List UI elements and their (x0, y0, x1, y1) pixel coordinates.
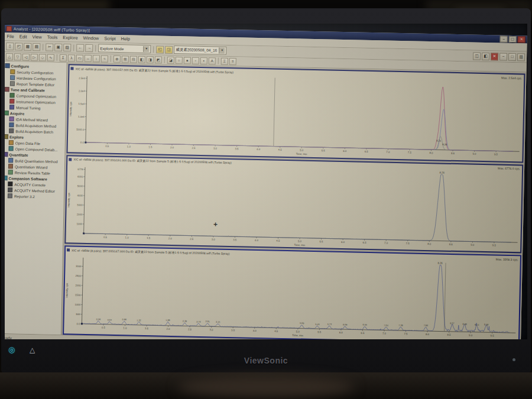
show-contour-icon[interactable]: ◪ (167, 56, 174, 63)
close-pane-red-icon[interactable]: ✕ (491, 53, 498, 60)
minimize-button[interactable]: – (500, 36, 508, 43)
svg-text:1.0: 1.0 (123, 327, 127, 330)
svg-text:7.0: 7.0 (384, 241, 388, 244)
mode-select[interactable]: Explore Mode▾ (98, 44, 151, 53)
power-led[interactable] (512, 358, 515, 361)
svg-text:Time, min: Time, min (296, 153, 307, 155)
svg-text:7.5: 7.5 (404, 333, 408, 336)
zoom-x-icon[interactable]: ∿ (47, 54, 54, 61)
open-compound-icon[interactable]: ◲ (165, 46, 173, 53)
svg-text:2.0: 2.0 (170, 146, 174, 149)
chromatogram-panel-3[interactable]: XIC of +MRM (8 pairs): 397.000/147.000 D… (63, 246, 521, 339)
copy-icon[interactable]: ▣ (54, 43, 62, 51)
menu-item-view[interactable]: View (33, 34, 42, 40)
chevron-down-icon: ▾ (143, 46, 149, 52)
go-back-icon[interactable]: ◁ (22, 53, 30, 60)
close-button[interactable]: ✕ (518, 36, 525, 43)
svg-text:8.26: 8.26 (442, 143, 447, 146)
cut-icon[interactable]: ✂ (46, 43, 53, 51)
svg-text:3000: 3000 (77, 203, 83, 206)
redo-icon[interactable]: → (85, 44, 93, 51)
menu-item-explore[interactable]: Explore (63, 35, 78, 41)
chromatogram-panel-1[interactable]: XIC of +MRM (8 pairs): 397.000/157.000 D… (66, 64, 525, 163)
open-data-file-icon[interactable]: ◱ (156, 46, 164, 53)
expand-graph-icon[interactable]: λ (68, 54, 75, 61)
smooth-icon[interactable]: ⊟ (130, 56, 137, 63)
svg-text:4.0: 4.0 (257, 148, 261, 151)
save-icon[interactable]: ▦ (24, 43, 31, 50)
new-file-icon[interactable]: ▯ (6, 43, 14, 50)
svg-text:1.99: 1.99 (166, 319, 170, 322)
menu-item-file[interactable]: File (7, 34, 14, 39)
select-arrow-icon[interactable]: △ (6, 53, 13, 60)
data-file-select[interactable]: 威灵素20200508_04_16▾ (174, 46, 226, 55)
svg-text:2.38: 2.38 (183, 320, 187, 323)
restore-button[interactable]: ▢ (509, 36, 517, 43)
svg-text:7.0: 7.0 (386, 151, 390, 154)
threshold-icon[interactable]: ◩ (155, 56, 162, 63)
acquity-editor-icon (8, 187, 12, 192)
svg-text:1.5e4: 1.5e4 (78, 102, 85, 105)
home-graph-icon[interactable]: ◇ (39, 54, 46, 61)
open-file-icon[interactable]: ◰ (15, 43, 22, 50)
panel-3-plot[interactable]: 0.51.01.52.02.53.03.54.04.55.05.56.06.57… (64, 253, 520, 339)
undo-icon[interactable]: ← (76, 44, 84, 51)
svg-text:5.5: 5.5 (317, 331, 322, 334)
baseline-subtract-icon[interactable]: ⊞ (122, 56, 129, 63)
menu-item-window[interactable]: Window (83, 35, 99, 41)
svg-text:4.0: 4.0 (253, 329, 257, 332)
paste-icon[interactable]: ▨ (63, 44, 71, 51)
show-tic-icon[interactable]: ○ (176, 57, 183, 64)
svg-text:9.36: 9.36 (484, 324, 488, 326)
add-text-icon[interactable]: A (209, 57, 216, 64)
overlay-traces-icon[interactable]: ≈ (101, 55, 108, 62)
svg-text:5000.0: 5000.0 (76, 128, 85, 131)
bezel-sticker-circle-icon: ◎ (8, 345, 15, 354)
menu-item-tools[interactable]: Tools (47, 35, 58, 40)
svg-text:9.14: 9.14 (475, 324, 479, 326)
svg-text:2.5: 2.5 (188, 328, 192, 331)
panel-1-max-label: Max. 2.5e4 cps. (501, 76, 522, 80)
svg-text:9.5: 9.5 (494, 153, 498, 155)
minimize-pane-icon[interactable]: − (499, 53, 507, 60)
panel-2-plot[interactable]: 0.51.01.52.02.53.03.54.04.55.05.56.06.57… (66, 162, 522, 251)
tile-panes-icon[interactable]: ▥ (517, 53, 525, 61)
svg-text:500: 500 (76, 313, 81, 316)
svg-text:0.5: 0.5 (102, 326, 106, 329)
svg-text:6.0: 6.0 (343, 150, 347, 153)
svg-text:3.5: 3.5 (231, 329, 235, 332)
graph-options-icon[interactable]: ▪ (200, 57, 207, 64)
menu-item-script[interactable]: Script (104, 36, 115, 41)
copy-graph-icon[interactable]: ▫ (192, 57, 199, 64)
overlay-graphs-icon[interactable]: ◫ (473, 52, 481, 60)
svg-text:0.0: 0.0 (76, 323, 80, 326)
menu-item-edit[interactable]: Edit (20, 34, 27, 40)
panel-1-plot[interactable]: 0.51.01.52.02.53.03.54.04.55.05.56.06.57… (68, 71, 524, 160)
label-peaks-icon[interactable]: ◨ (147, 56, 154, 63)
status-left-text: Ready (5, 336, 12, 339)
svg-text:3.5: 3.5 (235, 147, 239, 150)
svg-text:8.26: 8.26 (440, 171, 445, 174)
split-pane-icon[interactable]: ◧ (482, 52, 489, 60)
chromatogram-panel-2[interactable]: XIC of +MRM (8 pairs): 397.000/191.000 D… (64, 155, 523, 254)
show-spectrum-icon[interactable]: ▭ (76, 54, 83, 61)
centroid-icon[interactable]: ◧ (138, 56, 145, 63)
sidebar-item-reporter-3-2[interactable]: Reporter 3.2 (5, 193, 64, 200)
zoom-y-icon[interactable]: Σ (60, 54, 67, 61)
print-icon[interactable]: ▤ (33, 43, 40, 50)
lock-scales-icon[interactable]: ≡ (229, 57, 236, 64)
link-graphs-icon[interactable]: ● (184, 57, 191, 64)
svg-text:3.0: 3.0 (212, 238, 216, 241)
svg-text:2.5e4: 2.5e4 (79, 77, 85, 80)
show-xic-icon[interactable]: ↔ (85, 54, 92, 61)
pan-hand-icon[interactable]: ▽ (14, 53, 21, 60)
select-range-icon[interactable]: ↕ (93, 55, 100, 62)
sum-spectra-icon[interactable]: ⊕ (113, 55, 121, 62)
security-key-icon (10, 69, 15, 74)
monitor: Analyst - [20200508.wiff (Turbo Spray)] … (1, 8, 531, 374)
show-grid-icon[interactable]: Ξ (221, 57, 228, 64)
maximize-pane-icon[interactable]: □ (508, 53, 516, 60)
go-forward-icon[interactable]: ▷ (31, 53, 38, 60)
menu-item-help[interactable]: Help (121, 36, 130, 41)
configure-icon (5, 63, 9, 68)
